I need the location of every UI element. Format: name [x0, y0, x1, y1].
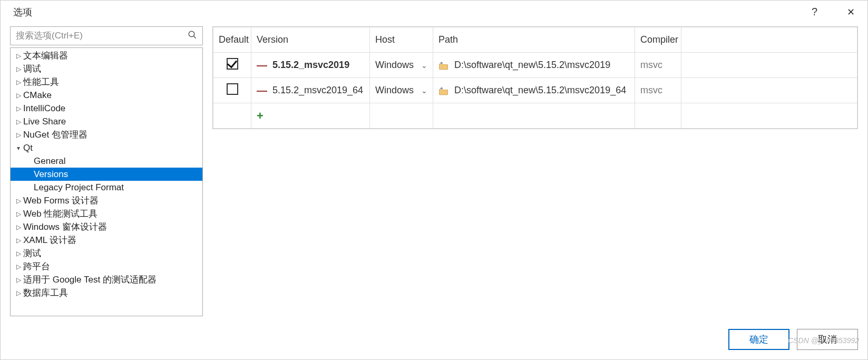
- chevron-right-icon: ▷: [14, 289, 23, 297]
- tree-item[interactable]: ▷Live Share: [11, 115, 202, 128]
- tree-item[interactable]: ▾Qt: [11, 141, 202, 154]
- tree-item-label: 测试: [23, 247, 41, 259]
- svg-line-1: [193, 36, 196, 38]
- tree-item[interactable]: ▷文本编辑器: [11, 49, 202, 62]
- chevron-right-icon: ▷: [14, 263, 23, 270]
- chevron-right-icon: ▷: [14, 223, 23, 231]
- options-dialog: 选项 ? ✕ ▷文本编辑器▷调试▷性能工具▷CMake▷IntelliCode▷…: [0, 0, 868, 360]
- chevron-right-icon: ▷: [14, 52, 23, 60]
- close-icon[interactable]: ✕: [843, 4, 859, 20]
- versions-table: Default Version Host Path Compiler —5.15…: [213, 27, 857, 129]
- default-checkbox[interactable]: [227, 58, 238, 70]
- tree-item-label: IntelliCode: [23, 103, 65, 114]
- tree-item[interactable]: ▷Web Forms 设计器: [11, 194, 202, 207]
- plus-icon[interactable]: +: [257, 109, 264, 123]
- tree-item-label: Windows 窗体设计器: [23, 221, 107, 233]
- add-version-row[interactable]: +: [213, 103, 857, 129]
- folder-icon[interactable]: [438, 61, 449, 70]
- versions-table-wrap: Default Version Host Path Compiler —5.15…: [212, 26, 858, 129]
- tree-item-label: Legacy Project Format: [34, 182, 124, 193]
- tree-item-label: Web 性能测试工具: [23, 208, 97, 220]
- tree-item-label: 调试: [23, 63, 41, 75]
- chevron-right-icon: ▷: [14, 131, 23, 139]
- tree-item-label: 文本编辑器: [23, 50, 68, 62]
- tree-item-label: Qt: [23, 143, 33, 153]
- left-panel: ▷文本编辑器▷调试▷性能工具▷CMake▷IntelliCode▷Live Sh…: [10, 26, 203, 316]
- search-input[interactable]: [11, 31, 182, 41]
- col-default[interactable]: Default: [213, 27, 251, 53]
- table-row[interactable]: —5.15.2_msvc2019Windows⌄D:\software\qt_n…: [213, 53, 857, 78]
- tree-item[interactable]: ▷IntelliCode: [11, 102, 202, 115]
- chevron-right-icon: ▷: [14, 250, 23, 257]
- col-host[interactable]: Host: [370, 27, 433, 53]
- dialog-body: ▷文本编辑器▷调试▷性能工具▷CMake▷IntelliCode▷Live Sh…: [1, 23, 867, 323]
- tree-item[interactable]: ▷跨平台: [11, 260, 202, 273]
- right-panel: Default Version Host Path Compiler —5.15…: [212, 26, 858, 316]
- titlebar: 选项 ? ✕: [1, 1, 867, 23]
- tree-item[interactable]: ▷数据库工具: [11, 286, 202, 299]
- path-label: D:\software\qt_new\5.15.2\msvc2019: [454, 60, 610, 71]
- dialog-footer: 确定 取消: [1, 323, 867, 359]
- titlebar-controls: ? ✕: [807, 4, 859, 20]
- tree-item[interactable]: ▷调试: [11, 62, 202, 75]
- svg-point-0: [189, 31, 194, 37]
- help-icon[interactable]: ?: [807, 4, 822, 20]
- tree-item-label: 数据库工具: [23, 287, 68, 299]
- chevron-right-icon: ▷: [14, 79, 23, 86]
- chevron-right-icon: ▷: [14, 210, 23, 218]
- host-label: Windows: [375, 85, 414, 96]
- search-box: [10, 26, 203, 45]
- chevron-right-icon: ▷: [14, 237, 23, 244]
- tree-item-label: Web Forms 设计器: [23, 194, 99, 207]
- tree-item[interactable]: General: [11, 154, 202, 168]
- tree-item[interactable]: Legacy Project Format: [11, 181, 202, 194]
- col-extra: [681, 27, 857, 53]
- host-label: Windows: [375, 60, 414, 71]
- chevron-right-icon: ▷: [14, 118, 23, 125]
- folder-icon[interactable]: [438, 86, 449, 95]
- chevron-right-icon: ▷: [14, 105, 23, 112]
- tree-item[interactable]: ▷测试: [11, 247, 202, 260]
- tree-item[interactable]: ▷Windows 窗体设计器: [11, 220, 202, 233]
- table-row[interactable]: —5.15.2_msvc2019_64Windows⌄D:\software\q…: [213, 78, 857, 103]
- tree-item[interactable]: ▷Web 性能测试工具: [11, 207, 202, 220]
- tree-container: ▷文本编辑器▷调试▷性能工具▷CMake▷IntelliCode▷Live Sh…: [10, 47, 203, 316]
- tree-item[interactable]: Versions: [11, 168, 202, 181]
- options-tree[interactable]: ▷文本编辑器▷调试▷性能工具▷CMake▷IntelliCode▷Live Sh…: [11, 48, 202, 316]
- compiler-label: msvc: [640, 85, 662, 95]
- chevron-down-icon[interactable]: ⌄: [421, 86, 427, 95]
- chevron-right-icon: ▷: [14, 92, 23, 99]
- chevron-right-icon: ▷: [14, 197, 23, 205]
- tree-item[interactable]: ▷适用于 Google Test 的测试适配器: [11, 273, 202, 286]
- tree-item-label: Live Share: [23, 116, 66, 127]
- remove-icon[interactable]: —: [257, 59, 267, 71]
- chevron-down-icon[interactable]: ⌄: [421, 61, 427, 70]
- tree-item-label: XAML 设计器: [23, 234, 76, 246]
- version-label: 5.15.2_msvc2019: [272, 60, 349, 71]
- version-label: 5.15.2_msvc2019_64: [272, 85, 363, 96]
- chevron-down-icon: ▾: [14, 144, 23, 152]
- tree-item-label: Versions: [34, 169, 68, 180]
- tree-item[interactable]: ▷性能工具: [11, 75, 202, 89]
- search-icon[interactable]: [182, 30, 202, 42]
- tree-item-label: NuGet 包管理器: [23, 129, 87, 141]
- tree-item[interactable]: ▷CMake: [11, 89, 202, 102]
- tree-item-label: CMake: [23, 90, 52, 101]
- tree-item-label: 适用于 Google Test 的测试适配器: [23, 274, 157, 286]
- path-label: D:\software\qt_new\5.15.2\msvc2019_64: [454, 85, 626, 96]
- chevron-right-icon: ▷: [14, 65, 23, 73]
- tree-item-label: 性能工具: [23, 76, 59, 88]
- remove-icon[interactable]: —: [257, 84, 267, 96]
- tree-item-label: 跨平台: [23, 260, 50, 273]
- ok-button[interactable]: 确定: [728, 329, 789, 350]
- col-path[interactable]: Path: [433, 27, 635, 53]
- col-version[interactable]: Version: [251, 27, 370, 53]
- cancel-button[interactable]: 取消: [797, 329, 858, 350]
- table-header-row: Default Version Host Path Compiler: [213, 27, 857, 53]
- default-checkbox[interactable]: [227, 83, 238, 95]
- dialog-title: 选项: [13, 6, 32, 18]
- tree-item[interactable]: ▷XAML 设计器: [11, 233, 202, 247]
- tree-item[interactable]: ▷NuGet 包管理器: [11, 128, 202, 141]
- compiler-label: msvc: [640, 60, 662, 70]
- col-compiler[interactable]: Compiler: [635, 27, 681, 53]
